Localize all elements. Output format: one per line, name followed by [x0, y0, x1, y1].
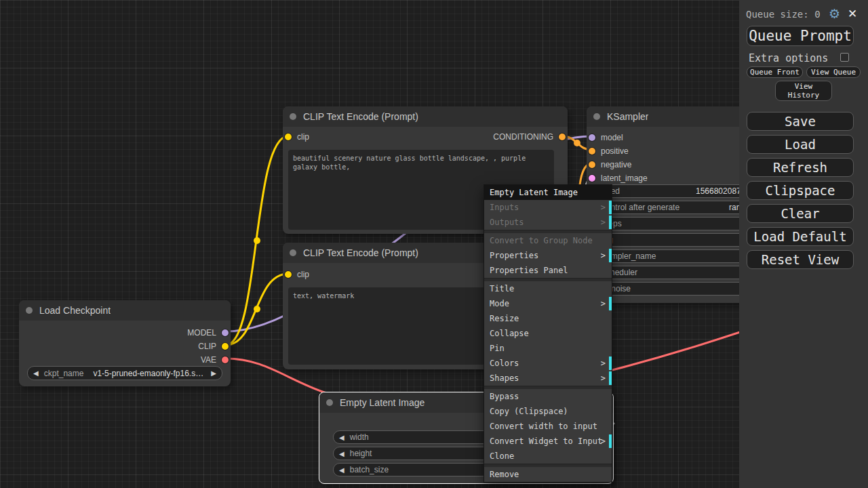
- load-button[interactable]: Load: [747, 135, 854, 154]
- reset-view-button[interactable]: Reset View: [747, 250, 854, 269]
- output-port-vae[interactable]: VAE: [201, 355, 229, 365]
- menu-item-shapes[interactable]: Shapes>: [484, 371, 612, 386]
- collapse-dot-icon[interactable]: [326, 399, 333, 406]
- port-dot-icon[interactable]: [589, 161, 595, 168]
- refresh-button[interactable]: Refresh: [747, 158, 854, 177]
- submenu-arrow-icon: >: [601, 371, 606, 386]
- queue-size-value: 0: [814, 9, 820, 20]
- extra-options-label: Extra options: [749, 52, 828, 64]
- port-dot-icon[interactable]: [589, 134, 595, 141]
- menu-item-convert-width-to-input[interactable]: Convert width to input: [484, 419, 612, 434]
- menu-item-remove[interactable]: Remove: [484, 467, 612, 482]
- input-port-clip[interactable]: clip: [285, 270, 309, 279]
- output-port-clip[interactable]: CLIP: [198, 342, 229, 351]
- close-icon[interactable]: ✕: [848, 7, 857, 20]
- node-load-checkpoint[interactable]: Load Checkpoint MODEL CLIP VAE ◀ ckpt_na…: [19, 300, 231, 386]
- queue-front-button[interactable]: Queue Front: [747, 66, 803, 78]
- node-title: CLIP Text Encode (Prompt): [303, 111, 418, 122]
- input-port-clip[interactable]: clip: [285, 132, 309, 142]
- menu-item-mode[interactable]: Mode>: [484, 296, 612, 311]
- extra-options-checkbox[interactable]: [840, 53, 849, 62]
- link-dot[interactable]: [574, 140, 580, 146]
- menu-item-properties[interactable]: Properties>: [484, 248, 612, 263]
- next-arrow-icon[interactable]: ▶: [205, 369, 222, 377]
- menu-item-colors[interactable]: Colors>: [484, 356, 612, 371]
- context-menu: Empty Latent Image Inputs> Outputs> Conv…: [484, 184, 612, 483]
- submenu-arrow-icon: >: [601, 296, 606, 311]
- menu-item-properties-panel[interactable]: Properties Panel: [484, 263, 612, 278]
- node-title: Empty Latent Image: [340, 397, 425, 408]
- clipspace-button[interactable]: Clipspace: [747, 181, 854, 200]
- view-history-button[interactable]: View History: [775, 81, 832, 101]
- node-titlebar[interactable]: CLIP Text Encode (Prompt): [283, 106, 568, 127]
- link-dot[interactable]: [254, 237, 260, 244]
- output-port-model[interactable]: MODEL: [187, 328, 229, 338]
- port-dot-icon[interactable]: [589, 175, 595, 182]
- port-dot-icon[interactable]: [222, 343, 229, 350]
- port-dot-icon[interactable]: [222, 357, 229, 363]
- node-title: Load Checkpoint: [39, 305, 111, 316]
- menu-item-collapse[interactable]: Collapse: [484, 326, 612, 341]
- output-port-conditioning[interactable]: CONDITIONING: [493, 132, 566, 142]
- view-queue-button[interactable]: View Queue: [806, 66, 861, 78]
- port-dot-icon[interactable]: [285, 134, 292, 140]
- collapse-dot-icon[interactable]: [290, 113, 296, 120]
- link-dot[interactable]: [254, 306, 260, 312]
- collapse-dot-icon[interactable]: [290, 249, 296, 256]
- prev-arrow-icon[interactable]: ◀: [334, 466, 350, 474]
- menu-item-convert-widget-to-input[interactable]: Convert Widget to Input>: [484, 434, 612, 449]
- input-port-negative[interactable]: negative: [589, 160, 631, 169]
- menu-item-outputs[interactable]: Outputs>: [484, 215, 612, 230]
- clear-button[interactable]: Clear: [747, 204, 854, 223]
- queue-size-text: Queue size: 0: [746, 9, 821, 20]
- menu-item-resize[interactable]: Resize: [484, 311, 612, 326]
- comfyui-app: CLIP Text Encode (Prompt) clip CONDITION…: [0, 0, 868, 488]
- settings-gear-icon[interactable]: ⚙: [829, 6, 840, 21]
- load-default-button[interactable]: Load Default: [747, 227, 854, 246]
- port-dot-icon[interactable]: [285, 271, 292, 278]
- collapse-dot-icon[interactable]: [593, 113, 600, 120]
- context-menu-title: Empty Latent Image: [484, 185, 612, 200]
- port-dot-icon[interactable]: [589, 148, 595, 155]
- queue-panel: Queue size: 0 ⚙ ✕ Queue Prompt Extra opt…: [739, 0, 868, 488]
- submenu-arrow-icon: >: [601, 200, 606, 215]
- menu-item-title[interactable]: Title: [484, 281, 612, 296]
- menu-item-inputs[interactable]: Inputs>: [484, 200, 612, 215]
- menu-item-convert-to-group-node[interactable]: Convert to Group Node: [484, 233, 612, 248]
- menu-item-pin[interactable]: Pin: [484, 341, 612, 356]
- input-port-positive[interactable]: positive: [589, 146, 629, 156]
- widget-ckpt-name[interactable]: ◀ ckpt_name v1-5-pruned-emaonly-fp16.s… …: [27, 366, 222, 380]
- node-title: CLIP Text Encode (Prompt): [303, 247, 418, 258]
- menu-item-bypass[interactable]: Bypass: [484, 389, 612, 404]
- input-port-model[interactable]: model: [589, 133, 623, 142]
- queue-prompt-button[interactable]: Queue Prompt: [747, 26, 854, 46]
- submenu-arrow-icon: >: [601, 248, 606, 263]
- port-dot-icon[interactable]: [222, 329, 229, 336]
- node-titlebar[interactable]: Load Checkpoint: [19, 300, 231, 321]
- submenu-arrow-icon: >: [601, 434, 606, 449]
- prev-arrow-icon[interactable]: ◀: [28, 369, 44, 377]
- node-title: KSampler: [607, 111, 648, 122]
- prev-arrow-icon[interactable]: ◀: [334, 450, 350, 458]
- port-dot-icon[interactable]: [559, 134, 566, 140]
- collapse-dot-icon[interactable]: [26, 307, 33, 314]
- menu-item-clone[interactable]: Clone: [484, 449, 612, 464]
- menu-item-copy-clipspace[interactable]: Copy (Clipspace): [484, 404, 612, 419]
- submenu-arrow-icon: >: [601, 215, 606, 230]
- submenu-arrow-icon: >: [601, 356, 606, 371]
- input-port-latent-image[interactable]: latent_image: [589, 174, 648, 183]
- save-button[interactable]: Save: [747, 112, 854, 131]
- prev-arrow-icon[interactable]: ◀: [334, 434, 350, 441]
